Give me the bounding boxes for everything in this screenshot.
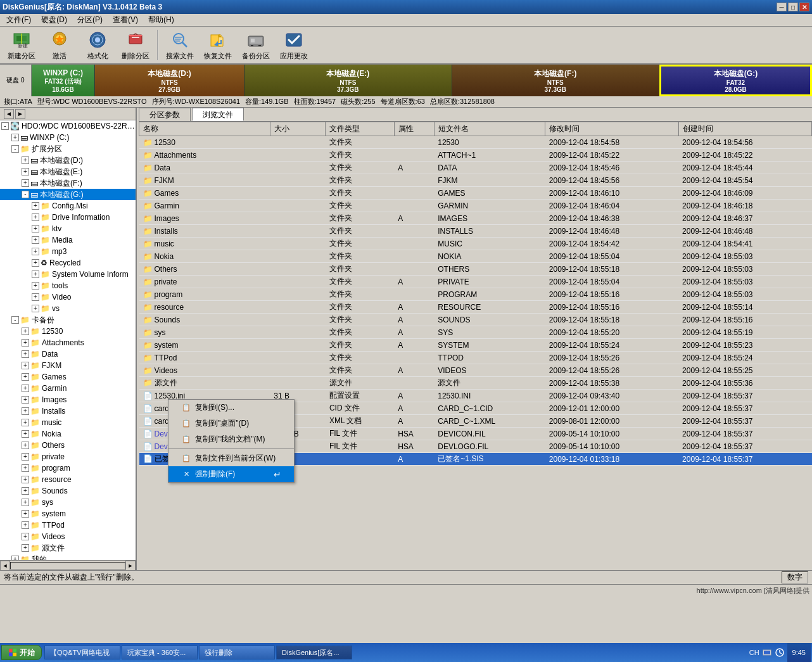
context-force-delete[interactable]: ✕ 强制删除(F) ↵ bbox=[168, 466, 294, 482]
delete-partition-button[interactable]: 删除分区 bbox=[118, 28, 153, 63]
tree-toggle[interactable]: + bbox=[22, 464, 29, 472]
tree-item-f[interactable]: + 🖴 本地磁盘(F:) bbox=[0, 177, 136, 189]
table-row[interactable]: 📁Images文件夹AIMAGES2009-12-04 18:46:382009… bbox=[139, 212, 812, 225]
menu-view[interactable]: 查看(V) bbox=[108, 13, 143, 27]
tree-toggle[interactable]: + bbox=[22, 350, 29, 358]
table-row[interactable]: 📁12530文件夹125302009-12-04 18:54:582009-12… bbox=[139, 136, 812, 149]
tree-item-kothers[interactable]: + 📁 Others bbox=[0, 440, 136, 451]
tree-toggle[interactable]: + bbox=[22, 499, 29, 506]
col-name[interactable]: 名称 bbox=[139, 122, 270, 136]
tree-toggle[interactable]: + bbox=[32, 213, 39, 221]
partition-g[interactable]: 本地磁盘(G:) FAT32 28.0GB bbox=[659, 65, 812, 96]
tree-toggle[interactable]: + bbox=[22, 179, 29, 187]
table-row[interactable]: 📁Videos文件夹AVIDEOS2009-12-04 18:55:262009… bbox=[139, 364, 812, 377]
context-copy-to[interactable]: 📋 复制到(S)... bbox=[168, 400, 294, 416]
tree-item-kgames[interactable]: + 📁 Games bbox=[0, 371, 136, 383]
tree-toggle[interactable]: + bbox=[32, 225, 39, 232]
tree-item-kfjkm[interactable]: + 📁 FJKM bbox=[0, 360, 136, 371]
tree-toggle[interactable]: + bbox=[22, 521, 29, 529]
tree-toggle[interactable]: + bbox=[22, 544, 29, 552]
menu-partition[interactable]: 分区(P) bbox=[72, 13, 108, 27]
tree-toggle[interactable]: + bbox=[32, 282, 39, 290]
context-copy-desktop[interactable]: 📋 复制到"桌面"(D) bbox=[168, 416, 294, 431]
nav-forward[interactable]: ► bbox=[15, 109, 25, 119]
table-row[interactable]: 📁FJKM文件夹FJKM2009-12-04 18:45:562009-12-0… bbox=[139, 174, 812, 187]
taskbar-item-2[interactable]: 玩家宝典 - 360安... bbox=[122, 646, 198, 659]
table-row[interactable]: 📁Nokia文件夹NOKIA2009-12-04 18:55:042009-12… bbox=[139, 250, 812, 263]
tree-item-kprogram[interactable]: + 📁 program bbox=[0, 462, 136, 474]
format-button[interactable]: 格式化 bbox=[80, 28, 115, 63]
backup-partition-button[interactable]: 备份分区 bbox=[238, 28, 274, 63]
tree-toggle[interactable]: + bbox=[22, 419, 29, 426]
minimize-button[interactable]: ─ bbox=[777, 3, 787, 11]
left-panel-hscroll[interactable]: ◄ ► bbox=[0, 560, 136, 570]
tree-item-d[interactable]: + 🖴 本地磁盘(D:) bbox=[0, 155, 136, 166]
tree-item-configmsi[interactable]: + 📁 Config.Msi bbox=[0, 200, 136, 212]
table-row[interactable]: 📁music文件夹MUSIC2009-12-04 18:54:422009-12… bbox=[139, 238, 812, 250]
tree-item-g[interactable]: - 🖴 本地磁盘(G:) bbox=[0, 189, 136, 200]
tree-toggle[interactable]: + bbox=[11, 556, 19, 560]
tree-toggle[interactable]: + bbox=[32, 293, 39, 301]
tree-toggle[interactable]: + bbox=[32, 305, 39, 312]
tree-toggle[interactable]: + bbox=[22, 407, 29, 415]
start-button[interactable]: 开始 bbox=[1, 645, 42, 660]
taskbar-item-3[interactable]: 强行删除 bbox=[199, 646, 275, 659]
partition-e[interactable]: 本地磁盘(E:) NTFS 37.3GB bbox=[244, 65, 452, 96]
nav-back[interactable]: ◄ bbox=[4, 109, 14, 119]
tree-item-kttpod[interactable]: + 📁 TTPod bbox=[0, 519, 136, 531]
tree-item-ksys[interactable]: + 📁 sys bbox=[0, 497, 136, 508]
tree-item-ktv[interactable]: + 📁 ktv bbox=[0, 223, 136, 234]
tree-item-kattachments[interactable]: + 📁 Attachments bbox=[0, 337, 136, 348]
col-created[interactable]: 创建时间 bbox=[678, 122, 811, 136]
table-row[interactable]: 📁Installs文件夹INSTALLS2009-12-04 18:46:482… bbox=[139, 225, 812, 238]
tree-toggle[interactable]: + bbox=[11, 134, 19, 141]
tree-item-vs[interactable]: + 📁 vs bbox=[0, 303, 136, 314]
tree-item-extended[interactable]: - 📁 扩展分区 bbox=[0, 143, 136, 155]
tree-item-e[interactable]: + 🖴 本地磁盘(E:) bbox=[0, 166, 136, 177]
partition-d[interactable]: 本地磁盘(D:) NTFS 27.9GB bbox=[95, 65, 244, 96]
table-row[interactable]: 📁源文件源文件源文件2009-12-04 18:55:382009-12-04 … bbox=[139, 377, 812, 390]
context-copy-mydocs[interactable]: 📋 复制到"我的文档"(M) bbox=[168, 431, 294, 447]
table-row[interactable]: 📁TTPod文件夹TTPOD2009-12-04 18:55:262009-12… bbox=[139, 352, 812, 364]
col-modified[interactable]: 修改时间 bbox=[545, 122, 678, 136]
tree-item-k12530[interactable]: + 📁 12530 bbox=[0, 326, 136, 337]
tree-item-c[interactable]: + 🖴 WINXP (C:) bbox=[0, 132, 136, 143]
tab-browse-files[interactable]: 浏览文件 bbox=[192, 108, 244, 121]
col-type[interactable]: 文件类型 bbox=[326, 122, 394, 136]
table-row[interactable]: 📁Data文件夹ADATA2009-12-04 18:45:462009-12-… bbox=[139, 162, 812, 174]
table-row[interactable]: 📁Others文件夹OTHERS2009-12-04 18:55:182009-… bbox=[139, 263, 812, 276]
tree-item-kabeifen[interactable]: - 📁 卡备份 bbox=[0, 314, 136, 326]
tree-toggle[interactable]: + bbox=[22, 396, 29, 404]
taskbar-item-1[interactable]: 【QQ&TV网络电视 bbox=[44, 646, 120, 659]
activate-button[interactable]: 激活 bbox=[42, 28, 77, 63]
tree-item-kinstalls[interactable]: + 📁 Installs bbox=[0, 405, 136, 417]
tree-toggle[interactable]: + bbox=[22, 533, 29, 540]
close-button[interactable]: ✕ bbox=[799, 3, 809, 11]
tree-item-wode[interactable]: + 📁 我的 bbox=[0, 554, 136, 560]
tree-toggle[interactable]: + bbox=[22, 476, 29, 483]
new-partition-button[interactable]: 新建 新建分区 bbox=[4, 28, 39, 63]
tree-item-driveinfo[interactable]: + 📁 Drive Information bbox=[0, 212, 136, 223]
file-table[interactable]: 名称 大小 文件类型 属性 短文件名 修改时间 创建时间 📁12530文件夹12… bbox=[139, 122, 812, 570]
tree-toggle[interactable]: - bbox=[22, 191, 29, 198]
taskbar-item-4[interactable]: DiskGenius[原名... bbox=[276, 646, 352, 659]
tree-toggle[interactable]: - bbox=[11, 145, 19, 153]
tree-toggle[interactable]: - bbox=[1, 122, 9, 130]
table-row[interactable]: 📁system文件夹ASYSTEM2009-12-04 18:55:242009… bbox=[139, 339, 812, 352]
tree-item-kimages[interactable]: + 📁 Images bbox=[0, 394, 136, 405]
tree-toggle[interactable]: + bbox=[22, 339, 29, 347]
table-row[interactable]: 📁program文件夹PROGRAM2009-12-04 18:55:16200… bbox=[139, 288, 812, 301]
tree-toggle[interactable]: + bbox=[32, 271, 39, 278]
tree-item-kgarmin[interactable]: + 📁 Garmin bbox=[0, 383, 136, 394]
tree-toggle[interactable]: + bbox=[22, 385, 29, 392]
tree-item-recycled[interactable]: + ♻ Recycled bbox=[0, 257, 136, 269]
table-row[interactable]: 📁resource文件夹ARESOURCE2009-12-04 18:55:16… bbox=[139, 301, 812, 314]
tree-item-kprivate[interactable]: + 📁 private bbox=[0, 451, 136, 462]
tree-toggle[interactable]: + bbox=[32, 202, 39, 210]
context-copy-current[interactable]: 📋 复制文件到当前分区(W) bbox=[168, 450, 294, 466]
col-short[interactable]: 短文件名 bbox=[434, 122, 545, 136]
tree-item-mp3[interactable]: + 📁 mp3 bbox=[0, 246, 136, 257]
tree-toggle[interactable]: + bbox=[22, 168, 29, 175]
menu-disk[interactable]: 硬盘(D) bbox=[36, 13, 72, 27]
tree-toggle[interactable]: + bbox=[32, 236, 39, 244]
